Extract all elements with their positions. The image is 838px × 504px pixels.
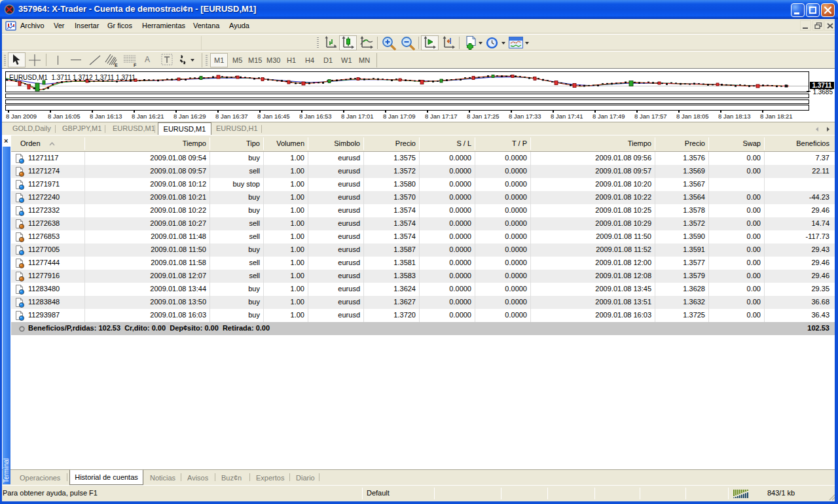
svg-text:E: E [115,63,118,67]
svg-text:F: F [134,63,137,67]
